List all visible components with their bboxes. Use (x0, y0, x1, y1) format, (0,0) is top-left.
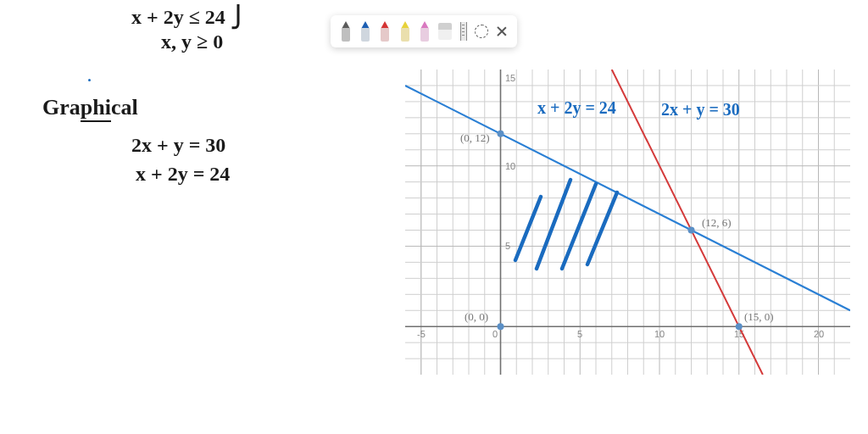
tick-x-0: 0 (492, 329, 498, 339)
tick-x--5: -5 (417, 329, 426, 339)
tick-y-10: 10 (505, 161, 515, 171)
point-0-0[interactable] (498, 323, 504, 330)
point-0-12[interactable] (498, 131, 504, 137)
equation-1-text: 2x + y = 30 (131, 134, 225, 157)
feasible-hatch (515, 180, 617, 269)
eraser-icon[interactable] (438, 23, 452, 40)
point-0-0-label: (0, 0) (465, 310, 488, 323)
tick-y-5: 5 (505, 241, 510, 251)
annotation-red-line: 2x + y = 30 (661, 100, 740, 120)
pen-yellow[interactable] (399, 21, 411, 42)
pen-black[interactable] (340, 21, 352, 42)
graph-svg[interactable]: -5 0 5 10 15 20 5 10 15 (0, 12) (12, 6) … (405, 70, 850, 375)
grid (405, 70, 850, 375)
tick-x-10: 10 (654, 329, 665, 339)
point-12-6-label: (12, 6) (702, 216, 732, 229)
pen-toolbar (331, 15, 517, 47)
svg-line-47 (587, 192, 617, 264)
graph-panel: -5 0 5 10 15 20 5 10 15 (0, 12) (12, 6) … (405, 70, 850, 375)
lasso-select-icon[interactable] (475, 25, 488, 38)
pen-red[interactable] (379, 21, 391, 42)
pen-blue[interactable] (359, 21, 371, 42)
tick-x-20: 20 (814, 329, 824, 339)
heading-graphical: Graphical (42, 95, 138, 120)
pen-pink[interactable] (419, 21, 431, 42)
ruler-icon[interactable] (460, 22, 467, 41)
tick-y-15: 15 (505, 73, 515, 83)
equation-2-text: x + 2y = 24 (136, 163, 230, 186)
point-15-0[interactable] (736, 323, 743, 330)
ink-dot (88, 79, 91, 81)
svg-line-44 (515, 197, 541, 260)
close-icon[interactable] (496, 25, 508, 37)
constraint-2-text: x, y ≥ 0 (161, 31, 223, 53)
constraint-1-text: x + 2y ≤ 24 ⎭ (131, 5, 246, 29)
tick-x-5: 5 (577, 329, 582, 339)
annotation-blue-line: x + 2y = 24 (537, 98, 616, 118)
point-0-12-label: (0, 12) (460, 131, 490, 144)
point-12-6[interactable] (688, 227, 695, 234)
point-15-0-label: (15, 0) (744, 310, 774, 323)
